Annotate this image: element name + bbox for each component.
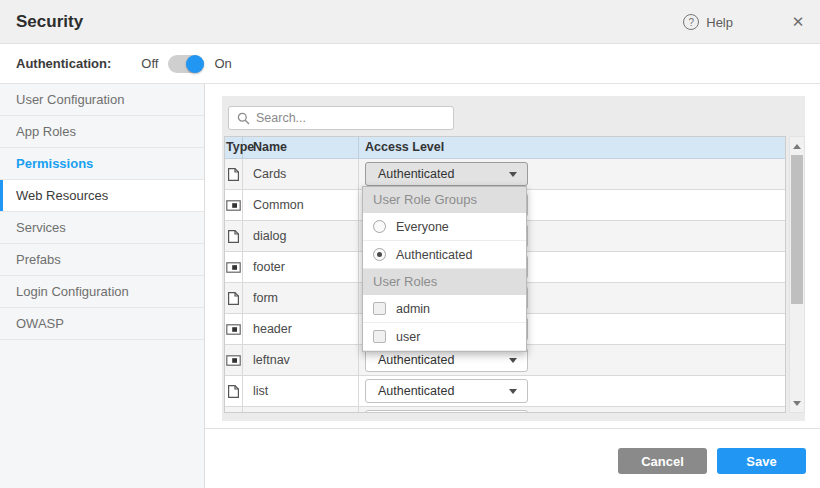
sidebar-item-label: Services <box>16 220 66 235</box>
type-cell <box>225 190 243 220</box>
resource-name: Cards <box>243 159 359 189</box>
type-cell <box>225 314 243 344</box>
column-header-name: Name <box>243 137 359 158</box>
close-icon[interactable]: ✕ <box>786 0 810 44</box>
sidebar-item-services[interactable]: Services <box>0 212 204 244</box>
scrollbar-thumb[interactable] <box>791 155 803 304</box>
partial-page-icon <box>226 200 241 211</box>
dropdown-option-user[interactable]: user <box>363 323 526 351</box>
toggle-knob <box>186 55 204 73</box>
sidebar-nav: User Configuration App Roles Permissions… <box>0 84 205 488</box>
dropdown-group-header: User Role Groups <box>363 187 526 213</box>
checkbox-icon <box>373 302 386 315</box>
page-title: Security <box>16 0 83 44</box>
sidebar-item-login-configuration[interactable]: Login Configuration <box>0 276 204 308</box>
checkbox-icon <box>373 330 386 343</box>
type-cell <box>225 221 243 251</box>
page-icon <box>227 229 240 244</box>
authentication-label: Authentication: <box>16 56 111 71</box>
sidebar-item-label: Web Resources <box>16 188 108 203</box>
sidebar-item-web-resources[interactable]: Web Resources <box>0 180 204 212</box>
table-scrollbar[interactable] <box>789 136 805 413</box>
type-cell <box>225 283 243 313</box>
sidebar-item-label: OWASP <box>16 316 64 331</box>
sidebar-item-label: Login Configuration <box>16 284 129 299</box>
authentication-row: Authentication: Off On <box>0 44 820 84</box>
sidebar-item-permissions[interactable]: Permissions <box>0 148 204 180</box>
search-icon <box>237 112 250 125</box>
access-level-value: Authenticated <box>378 167 509 181</box>
footer-divider <box>205 428 820 429</box>
dropdown-option-authenticated[interactable]: Authenticated <box>363 241 526 269</box>
access-level-value: Authenticated <box>378 353 509 367</box>
type-cell <box>225 159 243 189</box>
scroll-up-icon[interactable] <box>790 139 804 153</box>
chevron-down-icon <box>509 389 517 394</box>
titlebar: Security ? Help ✕ <box>0 0 820 44</box>
radio-icon <box>373 248 386 261</box>
table-row <box>225 407 785 413</box>
sidebar-item-label: Permissions <box>16 156 93 171</box>
resource-name: footer <box>243 252 359 282</box>
dropdown-option-label: admin <box>396 302 430 316</box>
type-cell <box>225 407 243 413</box>
access-level-value: Authenticated <box>378 384 509 398</box>
resource-name: leftnav <box>243 345 359 375</box>
page-icon <box>227 291 240 306</box>
help-label: Help <box>706 15 733 30</box>
access-level-select[interactable]: Authenticated <box>365 379 528 403</box>
dropdown-option-label: user <box>396 330 420 344</box>
help-button[interactable]: ? Help <box>683 0 733 44</box>
resource-name <box>243 407 359 413</box>
access-cell <box>359 407 785 413</box>
resource-name: form <box>243 283 359 313</box>
column-header-type: Type <box>225 137 243 158</box>
resource-name: header <box>243 314 359 344</box>
sidebar-item-label: App Roles <box>16 124 76 139</box>
sidebar-item-user-configuration[interactable]: User Configuration <box>0 84 204 116</box>
partial-page-icon <box>226 262 241 273</box>
table-header: Type Name Access Level <box>225 137 785 159</box>
search-input[interactable] <box>256 111 436 125</box>
dropdown-option-admin[interactable]: admin <box>363 295 526 323</box>
access-dropdown-panel: User Role Groups Everyone Authenticated … <box>362 186 527 352</box>
sidebar-item-prefabs[interactable]: Prefabs <box>0 244 204 276</box>
access-cell: Authenticated <box>359 376 785 406</box>
table-row: list Authenticated <box>225 376 785 407</box>
web-resources-panel: Type Name Access Level Cards Authenticat… <box>222 96 805 421</box>
dropdown-group-header: User Roles <box>363 269 526 295</box>
content-area: Type Name Access Level Cards Authenticat… <box>205 84 820 488</box>
sidebar-item-owasp[interactable]: OWASP <box>0 308 204 340</box>
security-dialog: Security ? Help ✕ Authentication: Off On… <box>0 0 820 488</box>
dropdown-option-label: Authenticated <box>396 248 472 262</box>
resource-name: Common <box>243 190 359 220</box>
toggle-off-label: Off <box>141 56 158 71</box>
access-level-select[interactable]: Authenticated <box>365 162 528 186</box>
type-cell <box>225 376 243 406</box>
resource-name: list <box>243 376 359 406</box>
chevron-down-icon <box>509 358 517 363</box>
type-cell <box>225 252 243 282</box>
page-icon <box>227 384 240 399</box>
sidebar-item-label: User Configuration <box>16 92 124 107</box>
resource-name: dialog <box>243 221 359 251</box>
radio-icon <box>373 220 386 233</box>
authentication-toggle[interactable] <box>168 55 204 73</box>
sidebar-item-label: Prefabs <box>16 252 61 267</box>
save-button[interactable]: Save <box>717 448 806 474</box>
chevron-down-icon <box>509 172 517 177</box>
sidebar-item-app-roles[interactable]: App Roles <box>0 116 204 148</box>
cancel-button[interactable]: Cancel <box>618 448 707 474</box>
search-box <box>228 106 454 130</box>
column-header-access-level: Access Level <box>359 137 785 158</box>
dropdown-option-label: Everyone <box>396 220 449 234</box>
access-level-select[interactable] <box>365 410 528 413</box>
page-icon <box>227 167 240 182</box>
type-cell <box>225 345 243 375</box>
toggle-on-label: On <box>214 56 231 71</box>
partial-page-icon <box>226 324 241 335</box>
dropdown-option-everyone[interactable]: Everyone <box>363 213 526 241</box>
access-cell: Authenticated <box>359 159 785 189</box>
scroll-down-icon[interactable] <box>790 396 804 410</box>
partial-page-icon <box>226 355 241 366</box>
